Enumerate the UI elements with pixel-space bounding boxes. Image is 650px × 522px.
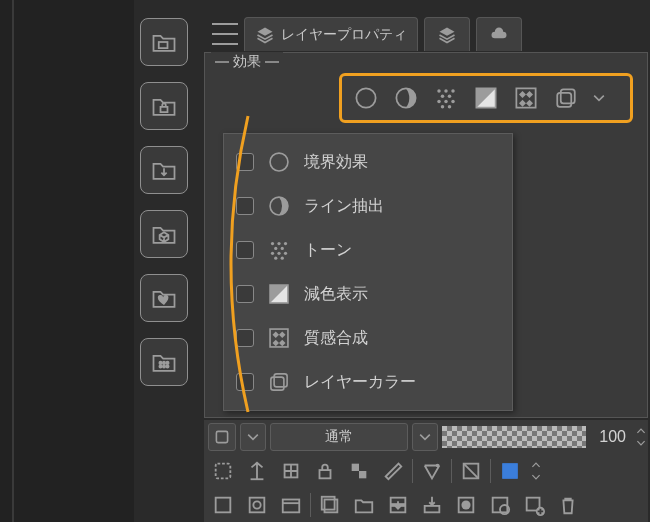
toolbar-texture-icon[interactable] — [508, 80, 544, 116]
layers-stack-icon — [255, 25, 275, 45]
toolbar-sphere-shade-icon[interactable] — [388, 80, 424, 116]
sidebar-item-folder-image[interactable] — [140, 18, 188, 66]
topbar: レイヤープロパティ — [212, 14, 648, 54]
sidebar-item-folder-lock[interactable] — [140, 82, 188, 130]
separator — [310, 493, 311, 517]
layers-search-icon — [437, 25, 457, 45]
effect-checkbox[interactable] — [236, 153, 254, 171]
svg-point-24 — [166, 365, 168, 367]
opacity-slider[interactable] — [442, 426, 586, 448]
new-frame-folder-icon[interactable] — [276, 490, 306, 520]
svg-rect-42 — [425, 506, 440, 512]
tone-icon — [264, 235, 294, 265]
menu-icon[interactable] — [212, 23, 238, 45]
lock-layer-icon[interactable] — [310, 456, 340, 486]
blend-mode-dropdown[interactable] — [412, 423, 438, 451]
ruler-icon[interactable] — [378, 456, 408, 486]
palette-icon[interactable] — [417, 456, 447, 486]
reduce-color-icon — [264, 279, 294, 309]
effect-checkbox[interactable] — [236, 241, 254, 259]
effect-checkbox[interactable] — [236, 285, 254, 303]
svg-point-36 — [253, 501, 260, 508]
svg-point-23 — [163, 365, 165, 367]
effect-item-border[interactable]: 境界効果 — [224, 140, 512, 184]
svg-rect-28 — [320, 470, 331, 478]
svg-point-31 — [436, 464, 440, 468]
svg-rect-29 — [352, 464, 359, 471]
tab-layer-properties[interactable]: レイヤープロパティ — [244, 17, 418, 51]
blend-mode-label: 通常 — [325, 428, 353, 446]
delete-layer-icon[interactable] — [553, 490, 583, 520]
effects-legend: 効果 — [211, 52, 283, 72]
svg-rect-26 — [216, 464, 231, 479]
effect-label: 境界効果 — [304, 152, 368, 173]
merge-down-icon[interactable] — [417, 490, 447, 520]
layer-thumb-button[interactable] — [208, 423, 236, 451]
new-folder-icon[interactable] — [349, 490, 379, 520]
square-icon — [214, 429, 230, 445]
tab-extra-1[interactable] — [424, 17, 470, 51]
new-layer-icon[interactable] — [315, 490, 345, 520]
svg-rect-25 — [216, 431, 227, 442]
layer-mask-icon[interactable] — [451, 490, 481, 520]
svg-point-19 — [159, 362, 161, 364]
mask-disable-icon[interactable] — [456, 456, 486, 486]
draft-layer-icon[interactable] — [276, 456, 306, 486]
border-outline-icon — [264, 147, 294, 177]
transfer-down-icon[interactable] — [383, 490, 413, 520]
effect-label: 減色表示 — [304, 284, 368, 305]
opacity-value: 100 — [590, 428, 630, 446]
separator — [451, 459, 452, 483]
layer-icon-row-2 — [204, 488, 648, 522]
stepper-down-icon[interactable] — [634, 437, 648, 449]
separator — [412, 459, 413, 483]
toolbar-layer-color-icon[interactable] — [548, 80, 584, 116]
clip-mask-icon[interactable] — [208, 456, 238, 486]
effect-item-layer-color[interactable]: レイヤーカラー — [224, 360, 512, 404]
effects-dropdown: 境界効果 ライン抽出 トーン 減色表示 質感合成 レイヤーカラー — [223, 133, 513, 411]
stepper-down-icon[interactable] — [529, 471, 543, 483]
reference-layer-icon[interactable] — [242, 456, 272, 486]
chevron-down-icon — [417, 429, 433, 445]
effect-item-tone[interactable]: トーン — [224, 228, 512, 272]
sidebar-item-folder-download[interactable] — [140, 146, 188, 194]
tab-extra-2[interactable] — [476, 17, 522, 51]
toolbar-tone-icon[interactable] — [428, 80, 464, 116]
layer-color-swatch[interactable] — [495, 456, 525, 486]
svg-rect-17 — [159, 42, 168, 48]
tab-label: レイヤープロパティ — [281, 26, 407, 44]
effect-label: レイヤーカラー — [304, 372, 416, 393]
toolbar-reduce-color-icon[interactable] — [468, 80, 504, 116]
toolbar-expand-chevron[interactable] — [588, 80, 610, 116]
effect-quick-toolbar — [339, 73, 633, 123]
sidebar-item-folder-heart[interactable] — [140, 274, 188, 322]
toolbar-border-outline-icon[interactable] — [348, 80, 384, 116]
layer-thumb-dropdown[interactable] — [240, 423, 266, 451]
stepper-up-icon[interactable] — [634, 425, 648, 437]
texture-icon — [264, 323, 294, 353]
effect-checkbox[interactable] — [236, 197, 254, 215]
layer-color-icon — [264, 367, 294, 397]
lock-transparent-icon[interactable] — [344, 456, 374, 486]
svg-rect-18 — [161, 107, 168, 112]
blend-mode-select[interactable]: 通常 — [270, 423, 408, 451]
effect-checkbox[interactable] — [236, 373, 254, 391]
chevron-down-icon — [245, 429, 261, 445]
svg-point-20 — [163, 362, 165, 364]
effect-label: トーン — [304, 240, 352, 261]
apply-mask-icon[interactable] — [485, 490, 515, 520]
effects-panel: 効果 境界効果 ライン抽出 トーン 減色表示 — [204, 52, 648, 418]
svg-rect-33 — [503, 464, 518, 479]
new-raster-layer-icon[interactable] — [208, 490, 238, 520]
sidebar-item-folder-grid[interactable] — [140, 338, 188, 386]
new-vector-layer-icon[interactable] — [242, 490, 272, 520]
sidebar-item-folder-3d[interactable] — [140, 210, 188, 258]
effect-checkbox[interactable] — [236, 329, 254, 347]
add-mask-icon[interactable] — [519, 490, 549, 520]
svg-rect-34 — [216, 498, 231, 513]
effect-item-line-extract[interactable]: ライン抽出 — [224, 184, 512, 228]
sphere-shade-icon — [264, 191, 294, 221]
stepper-up-icon[interactable] — [529, 459, 543, 471]
effect-item-reduce-color[interactable]: 減色表示 — [224, 272, 512, 316]
effect-item-texture[interactable]: 質感合成 — [224, 316, 512, 360]
